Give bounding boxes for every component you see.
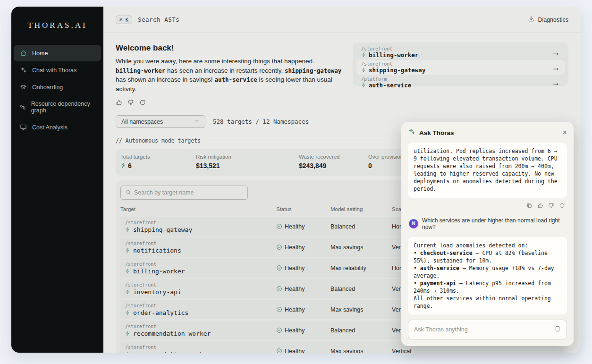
sidebar-nav: HomeChat with ThorasOnboardingResource d…: [11, 44, 103, 136]
sparkles-icon: [408, 128, 415, 137]
refresh-icon[interactable]: [559, 203, 565, 209]
highlight-card[interactable]: /storefrontbilling-worker→: [356, 45, 565, 60]
target-cell: /storefrontshipping-gateway: [120, 220, 276, 233]
sparkles-icon: [20, 67, 27, 74]
target-search-input[interactable]: [134, 189, 243, 196]
namespace-dropdown[interactable]: All namespaces: [116, 115, 205, 128]
targets-summary: 528 targets / 12 Namespaces: [213, 118, 309, 125]
copy-icon[interactable]: [526, 203, 533, 209]
target-cell: /storefrontnotifications: [120, 241, 276, 254]
chat-messages: utilization. Pod replicas increased from…: [408, 143, 567, 315]
model-setting-cell: Balanced: [330, 223, 392, 230]
target-name: billing-worker: [125, 268, 276, 275]
arrow-right-icon[interactable]: →: [551, 63, 560, 73]
user-message-text: Which services are under higher than nor…: [422, 217, 566, 230]
search-asts-button[interactable]: Search ASTs: [138, 16, 179, 23]
target-name: shipping-gateway: [125, 226, 276, 233]
highlight-service-name: billing-worker: [361, 51, 418, 59]
close-icon[interactable]: ×: [563, 129, 567, 136]
model-setting-cell: Max savings: [330, 244, 392, 251]
sidebar-item-cost-analysis[interactable]: Cost Analysis: [14, 119, 101, 135]
autonomous-section-label: // Autonomous mode targets: [116, 137, 201, 144]
message-actions: [408, 202, 567, 211]
highlight-service-name: shipping-gateway: [361, 67, 425, 74]
check-circle-icon: [276, 223, 282, 229]
ask-thoras-panel: Ask Thoras × utilization. Pod replicas i…: [401, 122, 574, 346]
model-setting-cell: Balanced: [330, 286, 392, 292]
highlight-cards: /storefrontbilling-worker→/storefrontshi…: [353, 42, 568, 86]
welcome-message: While you were away, here are some inter…: [116, 57, 343, 93]
home-icon: [20, 50, 27, 57]
graduation-cap-icon: [20, 84, 27, 91]
check-circle-icon: [276, 265, 282, 271]
sidebar-item-home[interactable]: Home: [14, 45, 101, 61]
model-setting-cell: Max reliability: [330, 265, 392, 271]
status-cell: Healthy: [276, 223, 330, 230]
status-cell: Healthy: [276, 348, 330, 353]
model-setting-cell: Balanced: [330, 327, 392, 334]
search-icon: [126, 189, 131, 195]
status-cell: Healthy: [276, 286, 330, 292]
target-name: recommendation-cache: [125, 351, 276, 353]
search-icon: [126, 188, 131, 197]
diagnostics-button[interactable]: Diagnostics: [528, 16, 568, 24]
target-name: inventory-api: [125, 288, 276, 296]
target-namespace: /storefront: [125, 262, 276, 267]
bolt-icon: [361, 68, 366, 73]
model-setting-cell: Max savings: [330, 348, 392, 353]
target-name: order-analytics: [125, 309, 276, 316]
arrow-right-icon[interactable]: →: [551, 48, 560, 58]
status-cell: Healthy: [276, 244, 330, 251]
sidebar-item-chat-with-thoras[interactable]: Chat with Thoras: [14, 62, 101, 78]
bolt-icon: [125, 289, 130, 295]
clipboard-icon[interactable]: [554, 325, 561, 334]
bolt-icon: [361, 83, 366, 88]
sidebar-item-label: Home: [32, 50, 48, 57]
highlight-card[interactable]: /platformauth-service→: [356, 75, 565, 90]
logo: THORAS.AI: [11, 21, 103, 30]
sidebar-item-label: Onboarding: [32, 84, 63, 91]
chevron-down-icon: [194, 118, 200, 124]
target-cell: /storefrontbilling-worker: [120, 262, 276, 275]
highlight-card[interactable]: /storefrontshipping-gateway→: [356, 60, 565, 75]
stat-label: Waste recovered: [299, 154, 364, 160]
bolt-icon: [125, 269, 130, 274]
check-circle-icon: [276, 244, 282, 250]
stat-value: $13,521: [196, 162, 294, 169]
thumb-down-icon[interactable]: [548, 203, 554, 209]
avatar: N: [409, 219, 418, 229]
thumb-down-icon[interactable]: [127, 99, 134, 106]
highlight-namespace: /storefront: [361, 61, 425, 67]
arrow-right-icon[interactable]: →: [551, 78, 560, 88]
thumb-up-icon[interactable]: [116, 99, 122, 106]
sidebar: THORAS.AI HomeChat with ThorasOnboarding…: [11, 7, 103, 353]
sidebar-item-onboarding[interactable]: Onboarding: [14, 79, 101, 95]
thumb-up-icon[interactable]: [537, 203, 543, 209]
column-header-target: Target: [120, 206, 276, 212]
highlight-namespace: /platform: [361, 76, 411, 82]
target-namespace: /storefront: [125, 345, 276, 350]
stat-waste-recovered: Waste recovered$243,849: [299, 154, 368, 169]
refresh-icon[interactable]: [139, 99, 146, 106]
check-circle-icon: [276, 327, 282, 333]
target-namespace: /storefront: [125, 324, 276, 329]
column-header-model-setting: Model setting: [330, 206, 392, 212]
sidebar-item-label: Cost Analysis: [32, 124, 68, 131]
model-setting-cell: Max savings: [330, 306, 392, 313]
welcome-section: Welcome back! While you were away, here …: [116, 42, 343, 106]
target-namespace: /storefront: [125, 220, 276, 225]
target-search-box: [120, 186, 248, 200]
chat-header: Ask Thoras ×: [408, 128, 567, 137]
target-namespace: /storefront: [125, 282, 276, 288]
status-cell: Healthy: [276, 306, 330, 313]
column-header-status: Status: [276, 206, 330, 212]
chat-title: Ask Thoras: [419, 129, 454, 136]
sidebar-item-resource-dependency-graph[interactable]: Resource dependency graph: [14, 96, 101, 119]
sidebar-item-label: Resource dependency graph: [31, 101, 95, 114]
status-cell: Healthy: [276, 327, 330, 334]
topbar: ⌘ K Search ASTs Diagnostics: [103, 7, 581, 33]
sidebar-item-label: Chat with Thoras: [32, 67, 76, 74]
chat-input[interactable]: [414, 326, 550, 333]
chat-input-row: [408, 320, 567, 339]
download-icon: [528, 16, 534, 22]
